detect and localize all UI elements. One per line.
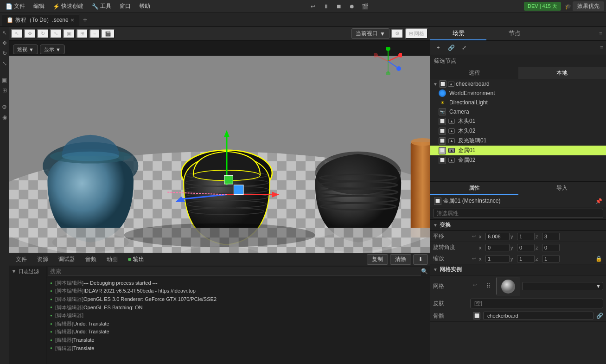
menu-edit[interactable]: 编辑 <box>30 1 48 11</box>
tree-item-metal02[interactable]: ⬜ ▲ 金属02 <box>430 155 606 165</box>
viewport[interactable]: 透视 ▼ 显示 ▼ <box>9 41 430 253</box>
vt-scale-btn[interactable]: ⤡ <box>50 29 62 38</box>
tab-assets[interactable]: 资源 <box>32 255 53 264</box>
log-line-0: ● [脚本编辑器]--- Debugging process started -… <box>50 279 426 287</box>
svg-point-46 <box>386 71 390 75</box>
mesh-section-header[interactable]: ▼ 网格实例 <box>430 264 606 275</box>
viewport-dropdown[interactable]: 当前视口 ▼ <box>351 28 389 39</box>
scale-lock-icon[interactable]: 🔒 <box>594 255 603 262</box>
record-btn[interactable]: ⏺ <box>347 1 357 12</box>
translate-z-input[interactable] <box>542 233 560 240</box>
transform-section-header[interactable]: ▼ 变换 <box>430 220 606 231</box>
vt-pan-btn[interactable]: ⊞ <box>77 29 88 38</box>
bottom-panel: 文件 资源 调试器 音频 动画 输出 复制 清除 ⬇ <box>9 253 430 364</box>
rp-tab-node[interactable]: 节点 <box>486 27 542 40</box>
translate-reset-btn[interactable]: ↩ <box>470 233 478 240</box>
file-icon: 📄 <box>6 3 13 10</box>
vt-align-btn[interactable]: ≡ <box>89 29 100 38</box>
sidebar-move-icon[interactable]: ✥ <box>0 39 9 47</box>
mesh-dots-icon[interactable]: ⠿ <box>483 281 493 291</box>
sidebar-tool8-icon[interactable]: ◉ <box>0 113 9 121</box>
merge-node-btn[interactable]: ⤢ <box>459 43 469 53</box>
vt-select-btn[interactable]: ↖ <box>11 29 23 38</box>
menu-tools[interactable]: 🔧 工具 <box>88 1 115 11</box>
tree-item-wood02[interactable]: ⬜ ▲ 木头02 <box>430 126 606 136</box>
menu-window[interactable]: 窗口 <box>116 1 134 11</box>
vt-move-btn[interactable]: ✥ <box>24 29 36 38</box>
menu-quick-create[interactable]: ⚡ 快速创建 <box>49 1 87 11</box>
hat-icon[interactable]: 🎓 <box>565 3 572 10</box>
vt-grid-btn[interactable]: ⊞ 网格 <box>405 28 428 39</box>
rp-tab-scene[interactable]: 场景 <box>430 27 486 40</box>
tree-item-glass01[interactable]: ⬜ ▲ 反光玻璃01 <box>430 136 606 146</box>
vt-cinema-btn[interactable]: 🎬 <box>101 29 115 38</box>
scene-tree: ▼ ⬜ ▲ checkerboard WorldEnvironment ☀ Di… <box>430 79 606 181</box>
tree-item-dirlight[interactable]: ☀ DirectionalLight <box>430 98 606 107</box>
scene-tab[interactable]: 📋 教程（To Do）.scene ✕ <box>2 14 79 26</box>
stop-btn[interactable]: ⏹ <box>334 1 344 12</box>
sidebar-tool5-icon[interactable]: ▣ <box>0 76 9 84</box>
rp-toolbar-menu-icon[interactable]: ≡ <box>600 45 603 51</box>
scale-y-input[interactable] <box>517 255 535 262</box>
vt-rect-btn[interactable]: ▣ <box>63 29 75 38</box>
playback-controls: ↩ ⏸ ⏹ ⏺ 🎬 <box>308 1 370 12</box>
menu-help[interactable]: 帮助 <box>135 1 154 11</box>
mesh-value-dropdown[interactable]: ▼ <box>522 282 603 290</box>
rotate-y-input[interactable] <box>517 244 535 251</box>
tab-audio[interactable]: 音频 <box>81 255 101 264</box>
props-pin-icon[interactable]: 📌 <box>595 198 602 204</box>
tree-item-camera[interactable]: 📷 Camera <box>430 107 606 116</box>
skeleton-link-icon[interactable]: 🔗 <box>596 313 603 319</box>
skeleton-dropdown[interactable]: checkerboard <box>483 312 593 320</box>
sidebar-rotate-icon[interactable]: ↻ <box>0 49 9 57</box>
tree-item-wood01[interactable]: ⬜ ▲ 木头01 <box>430 116 606 126</box>
log-search-input[interactable] <box>48 267 421 276</box>
add-node-btn[interactable]: + <box>433 43 443 53</box>
skin-dropdown[interactable]: [空] <box>470 299 603 308</box>
sidebar-scale-icon[interactable]: ⤡ <box>0 59 9 68</box>
tab-output[interactable]: 输出 <box>123 255 149 264</box>
remote-tab[interactable]: 远程 <box>430 67 518 79</box>
cinema-btn[interactable]: 🎬 <box>360 1 370 12</box>
tree-item-worldenv[interactable]: WorldEnvironment <box>430 89 606 98</box>
vt-rotate-btn[interactable]: ↻ <box>37 29 49 38</box>
undo-btn[interactable]: ↩ <box>308 1 318 12</box>
clear-btn[interactable]: 清除 <box>390 254 411 265</box>
pause-btn[interactable]: ⏸ <box>321 1 331 12</box>
copy-btn[interactable]: 复制 <box>367 254 388 265</box>
center-area: ↖ ✥ ↻ ⤡ ▣ ⊞ ≡ 🎬 当前视口 ▼ ⚙ ⊞ 网格 <box>9 27 430 364</box>
props-tab-import[interactable]: 导入 <box>518 182 606 195</box>
scale-reset-btn[interactable]: ↩ <box>470 255 478 262</box>
sidebar-tool7-icon[interactable]: ⚙ <box>0 103 9 111</box>
menu-file[interactable]: 📄 文件 <box>2 1 29 11</box>
rotate-z-input[interactable] <box>542 244 560 251</box>
effect-btn[interactable]: 效果优先 <box>573 1 604 11</box>
props-filter-input[interactable] <box>433 209 603 218</box>
dropdown-arrow-icon: ▼ <box>380 31 385 37</box>
tree-item-metal01[interactable]: ⬜ ▲ 金属01 <box>430 146 606 155</box>
scene-tab-close[interactable]: ✕ <box>70 18 74 23</box>
vt-gear-btn[interactable]: ⚙ <box>391 29 403 38</box>
transparent-mode-btn[interactable]: 透视 ▼ <box>13 45 38 54</box>
translate-y-input[interactable] <box>517 233 535 240</box>
rotate-reset-btn <box>470 244 478 251</box>
translate-x-input[interactable] <box>485 233 510 240</box>
tab-debugger[interactable]: 调试器 <box>54 255 80 264</box>
link-node-btn[interactable]: 🔗 <box>446 43 456 53</box>
download-btn[interactable]: ⬇ <box>413 254 428 265</box>
scale-z-input[interactable] <box>542 255 560 262</box>
tab-animation[interactable]: 动画 <box>102 255 122 264</box>
sidebar-tool6-icon[interactable]: ⊞ <box>0 86 9 95</box>
sidebar-select-icon[interactable]: ↖ <box>0 29 9 37</box>
scale-x-input[interactable] <box>485 255 510 262</box>
display-mode-btn[interactable]: 显示 ▼ <box>40 45 65 54</box>
props-tab-attrs[interactable]: 属性 <box>430 182 518 195</box>
tab-file[interactable]: 文件 <box>11 255 32 264</box>
dev-badge[interactable]: DEV | 415 天 <box>524 2 561 11</box>
mesh-reset-btn[interactable]: ↩ <box>473 282 480 290</box>
rp-menu-icon[interactable]: ≡ <box>595 29 606 39</box>
rotate-x-input[interactable] <box>485 244 510 251</box>
tree-item-checkerboard[interactable]: ▼ ⬜ ▲ checkerboard <box>430 79 606 89</box>
add-tab-btn[interactable]: + <box>79 14 91 26</box>
local-tab[interactable]: 本地 <box>518 67 606 79</box>
